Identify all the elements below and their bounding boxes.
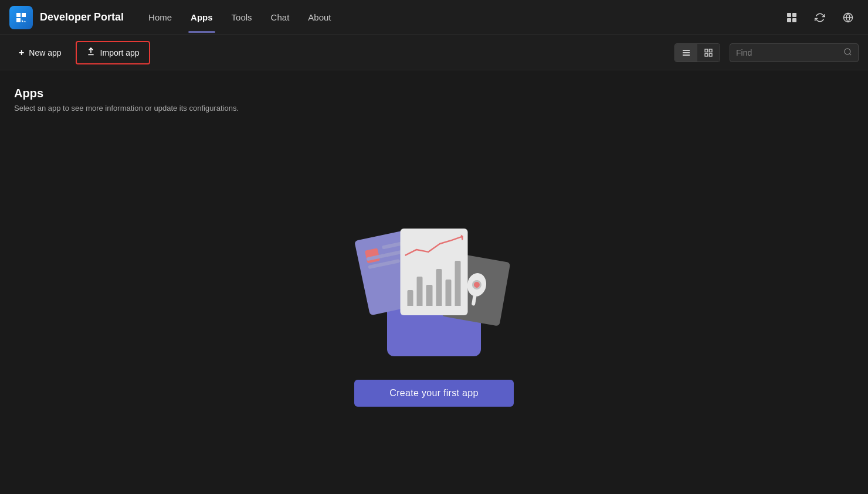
nav-home[interactable]: Home xyxy=(140,8,180,27)
plus-icon: + xyxy=(19,47,24,58)
search-input[interactable] xyxy=(736,48,843,57)
svg-rect-11 xyxy=(705,53,708,56)
bar-4 xyxy=(436,269,442,306)
svg-rect-9 xyxy=(705,49,708,52)
globe-icon-btn[interactable] xyxy=(838,7,859,28)
svg-point-13 xyxy=(845,48,850,54)
nav-items: Home Apps Tools Chat About xyxy=(140,8,781,27)
svg-rect-2 xyxy=(787,18,791,22)
brand-title: Developer Portal xyxy=(40,11,124,23)
search-box xyxy=(730,43,859,62)
topnav: Developer Portal Home Apps Tools Chat Ab… xyxy=(0,0,868,35)
svg-rect-10 xyxy=(709,49,712,52)
toolbar: + New app Import app xyxy=(0,35,868,70)
bar-5 xyxy=(445,280,451,306)
logo[interactable] xyxy=(9,6,33,29)
nav-tools[interactable]: Tools xyxy=(223,8,260,27)
refresh-icon-btn[interactable] xyxy=(809,7,830,28)
section-subtitle: Select an app to see more information or… xyxy=(14,104,854,113)
grid-icon-btn[interactable] xyxy=(781,7,802,28)
chart-area xyxy=(408,253,461,306)
bar-6 xyxy=(455,261,460,306)
grid-view-btn[interactable] xyxy=(697,44,720,62)
main-content: Apps Select an app to see more informati… xyxy=(0,70,868,494)
svg-line-14 xyxy=(849,53,851,55)
doc-center xyxy=(401,229,468,315)
nav-right xyxy=(781,7,859,28)
svg-rect-1 xyxy=(792,13,796,17)
nav-chat[interactable]: Chat xyxy=(263,8,298,27)
section-title: Apps xyxy=(14,87,854,100)
nav-about[interactable]: About xyxy=(300,8,339,27)
view-toggle xyxy=(674,43,720,62)
svg-rect-12 xyxy=(709,53,712,56)
bar-1 xyxy=(408,290,413,306)
bar-3 xyxy=(426,285,432,306)
import-app-button[interactable]: Import app xyxy=(76,41,150,64)
bar-2 xyxy=(417,277,423,306)
svg-rect-0 xyxy=(787,13,791,17)
search-icon[interactable] xyxy=(843,47,852,58)
svg-rect-3 xyxy=(792,18,796,22)
list-view-btn[interactable] xyxy=(675,44,697,62)
empty-state: Create your first app xyxy=(14,136,854,480)
new-app-button[interactable]: + New app xyxy=(9,43,71,63)
create-first-app-button[interactable]: Create your first app xyxy=(354,380,513,407)
nav-apps[interactable]: Apps xyxy=(182,8,221,27)
empty-state-illustration xyxy=(352,210,516,362)
upload-icon xyxy=(86,47,96,59)
svg-rect-18 xyxy=(472,295,477,306)
